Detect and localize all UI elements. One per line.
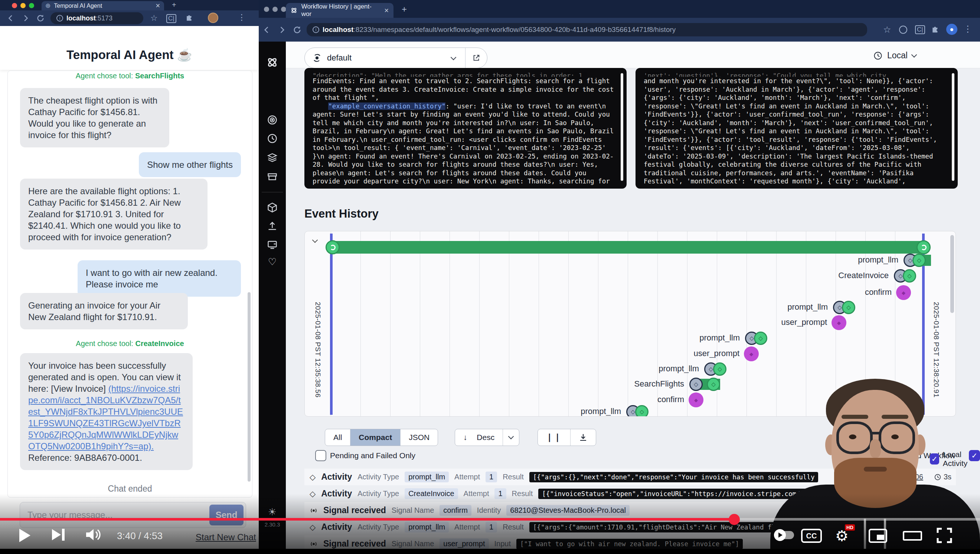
- close-window-button[interactable]: [264, 7, 269, 12]
- pause-button[interactable]: ❘❘: [538, 429, 571, 446]
- browser-menu-kebab-icon[interactable]: ⋮: [963, 24, 972, 34]
- captions-button[interactable]: CC: [801, 529, 822, 543]
- site-info-icon[interactable]: i: [56, 15, 63, 22]
- timezone-select[interactable]: Local: [873, 51, 916, 60]
- video-progress-remaining[interactable]: [734, 518, 980, 521]
- autoplay-toggle[interactable]: [774, 531, 794, 539]
- zoom-window-button[interactable]: [29, 3, 34, 8]
- archive-icon[interactable]: [259, 171, 286, 182]
- video-letterbox: [0, 549, 980, 554]
- timeline-event-label: confirm: [305, 287, 892, 297]
- miniplayer-button[interactable]: [869, 529, 887, 543]
- reload-icon[interactable]: [37, 14, 45, 22]
- eyebrow: [842, 415, 868, 419]
- volume-icon[interactable]: [84, 527, 101, 542]
- fullscreen-button[interactable]: [936, 527, 953, 544]
- pending-failed-filter[interactable]: Pending and Failed Only: [315, 450, 415, 461]
- reload-icon[interactable]: [293, 25, 301, 34]
- new-tab-button[interactable]: +: [172, 1, 176, 9]
- browser-menu-kebab-icon[interactable]: ⋮: [237, 13, 246, 22]
- favorites-heart-icon[interactable]: ♡: [259, 256, 286, 268]
- sort-desc-button[interactable]: ↓ Desc: [455, 429, 503, 446]
- bookmark-star-icon[interactable]: ☆: [150, 13, 158, 23]
- open-external-icon[interactable]: [472, 54, 480, 62]
- address-bar[interactable]: i localhost:5173: [51, 12, 143, 24]
- chat-scrollbar[interactable]: [248, 292, 251, 482]
- activity-completed-marker[interactable]: ◇: [912, 254, 926, 267]
- workflow-input-code-left[interactable]: "description": "Help the user gather arg…: [304, 68, 627, 189]
- activity-completed-marker[interactable]: ◇: [754, 331, 767, 345]
- extensions-puzzle-icon[interactable]: [186, 14, 194, 22]
- profile-avatar[interactable]: ●: [946, 24, 957, 35]
- sort-chevron-button[interactable]: [503, 429, 519, 446]
- activity-completed-marker[interactable]: ◇: [635, 405, 649, 417]
- back-icon[interactable]: [7, 14, 15, 22]
- temporal-logo-icon[interactable]: [259, 56, 286, 69]
- workflow-start-marker[interactable]: [326, 240, 340, 254]
- address-bar[interactable]: i localhost:8233/namespaces/default/work…: [307, 23, 867, 37]
- code-scrollbar[interactable]: [620, 73, 623, 181]
- collapse-chevron-icon[interactable]: [312, 237, 318, 243]
- video-progress-played[interactable]: [0, 518, 734, 521]
- close-window-button[interactable]: [12, 3, 17, 8]
- minimize-window-button[interactable]: [272, 7, 278, 12]
- video-progress-handle[interactable]: [729, 514, 740, 525]
- timeline-scrollbar[interactable]: [950, 235, 954, 313]
- import-upload-icon[interactable]: [259, 221, 286, 232]
- event-history-title: Event History: [304, 207, 379, 221]
- activity-completed-marker[interactable]: ◇: [842, 301, 855, 314]
- signal-marker[interactable]: ◆: [744, 346, 759, 361]
- tab-compact[interactable]: Compact: [350, 429, 401, 446]
- extension-eye-icon[interactable]: [899, 25, 907, 34]
- schedules-icon[interactable]: [259, 133, 286, 144]
- profile-avatar[interactable]: [208, 13, 218, 23]
- play-button[interactable]: [19, 529, 30, 542]
- new-tab-button[interactable]: +: [402, 4, 407, 14]
- theater-mode-button[interactable]: [903, 531, 922, 541]
- back-icon[interactable]: [262, 25, 271, 34]
- invoice-link[interactable]: (https://invoice.stripe.com/i/acct_1NBOL…: [28, 384, 183, 451]
- settings-button[interactable]: ⚙ HD: [835, 527, 849, 544]
- close-tab-icon[interactable]: ✕: [384, 7, 389, 14]
- timeline-event-label: SearchFlights: [305, 379, 684, 389]
- forward-icon[interactable]: [22, 14, 30, 22]
- signal-marker[interactable]: ◆: [832, 315, 846, 330]
- namespace-select[interactable]: default: [304, 48, 487, 68]
- code-partial-line: 'next': 'question'}, 'response': "Could …: [644, 72, 948, 77]
- code-scrollbar[interactable]: [952, 73, 955, 181]
- next-button[interactable]: [52, 529, 65, 541]
- extension-badge-icon[interactable]: C|: [166, 14, 176, 23]
- checkbox-unchecked[interactable]: [315, 450, 326, 461]
- timeline-event-label: prompt_llm: [305, 364, 699, 374]
- site-info-icon[interactable]: i: [313, 26, 319, 33]
- bookmark-star-icon[interactable]: ☆: [883, 24, 891, 35]
- deployments-cube-icon[interactable]: [259, 202, 286, 213]
- url-host: localhost: [323, 25, 353, 33]
- tool-label-searchflights: Agent chose tool: SearchFlights: [8, 72, 252, 80]
- activity-completed-marker[interactable]: ◇: [707, 377, 720, 391]
- close-tab-icon[interactable]: ✕: [156, 2, 161, 9]
- extension-badge-icon[interactable]: C|: [915, 25, 925, 34]
- tab-json[interactable]: JSON: [401, 429, 438, 446]
- workflow-execution-bar[interactable]: [332, 241, 924, 254]
- activity-completed-marker[interactable]: ◇: [713, 362, 727, 376]
- zoom-window-button[interactable]: [281, 7, 286, 12]
- activity-scheduled-marker[interactable]: ◇: [689, 377, 703, 391]
- browser-tab[interactable]: ⊕ Temporal AI Agent ✕: [41, 1, 164, 10]
- signal-marker[interactable]: ◆: [896, 285, 911, 300]
- tab-title: Workflow History | agent-wor: [301, 3, 380, 18]
- minimize-window-button[interactable]: [21, 3, 25, 8]
- activity-completed-marker[interactable]: ◇: [903, 269, 916, 283]
- workflows-icon[interactable]: [259, 115, 286, 126]
- download-button[interactable]: [571, 429, 596, 446]
- browser-tab[interactable]: Workflow History | agent-wor ✕: [286, 3, 393, 18]
- signal-marker[interactable]: ◆: [689, 392, 703, 408]
- feedback-monitor-icon[interactable]: [259, 239, 286, 250]
- extensions-puzzle-icon[interactable]: [931, 25, 940, 34]
- tab-all[interactable]: All: [325, 429, 350, 446]
- forward-icon[interactable]: [278, 25, 286, 34]
- namespace-icon: [312, 53, 322, 63]
- workflow-input-code-right[interactable]: 'next': 'question'}, 'response': "Could …: [635, 68, 958, 189]
- workflow-end-marker[interactable]: [916, 240, 931, 254]
- batch-operations-icon[interactable]: [259, 151, 286, 162]
